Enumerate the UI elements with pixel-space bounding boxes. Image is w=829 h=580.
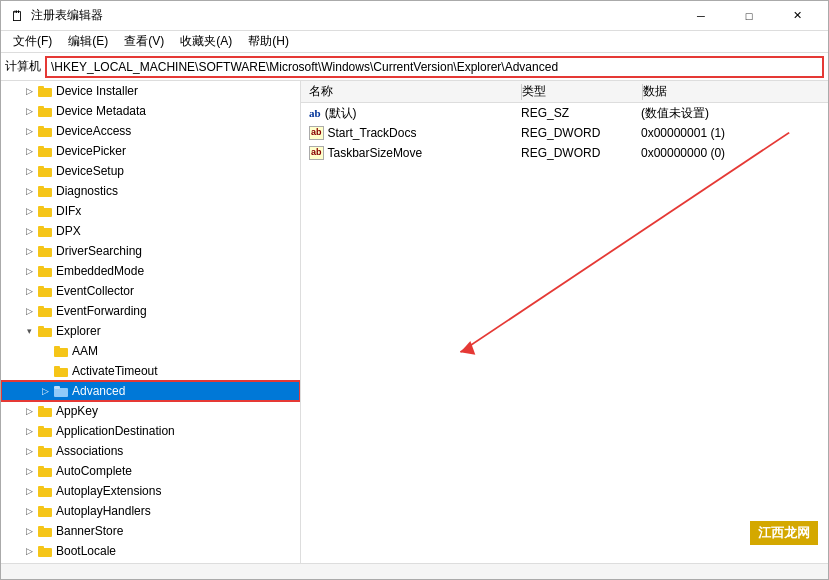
- expand-icon[interactable]: ▷: [21, 483, 37, 499]
- row-name-label: (默认): [325, 105, 357, 122]
- expand-icon[interactable]: ▷: [21, 163, 37, 179]
- tree-item[interactable]: ▷ EventForwarding: [1, 301, 300, 321]
- svg-rect-22: [38, 308, 52, 317]
- minimize-button[interactable]: ─: [678, 1, 724, 31]
- svg-rect-41: [38, 486, 44, 489]
- cell-name: ab (默认): [301, 105, 521, 122]
- tree-item-label: AppKey: [56, 404, 98, 418]
- expand-icon[interactable]: ▾: [21, 323, 37, 339]
- tree-item[interactable]: ▷ EmbeddedMode: [1, 261, 300, 281]
- expand-icon[interactable]: ▷: [21, 83, 37, 99]
- cell-type: REG_SZ: [521, 106, 641, 120]
- expand-icon[interactable]: ▷: [21, 123, 37, 139]
- folder-icon: [37, 243, 53, 259]
- folder-icon: [37, 463, 53, 479]
- expand-icon[interactable]: ▷: [21, 103, 37, 119]
- tree-item[interactable]: ▷ Diagnostics: [1, 181, 300, 201]
- folder-icon: [37, 123, 53, 139]
- tree-item[interactable]: ▷ EventCollector: [1, 281, 300, 301]
- table-row[interactable]: ab Start_TrackDocs REG_DWORD 0x00000001 …: [301, 123, 828, 143]
- maximize-button[interactable]: □: [726, 1, 772, 31]
- tree-item[interactable]: ▷ DeviceAccess: [1, 121, 300, 141]
- svg-rect-23: [38, 306, 44, 309]
- svg-rect-38: [38, 468, 52, 477]
- address-input[interactable]: [45, 56, 824, 78]
- tree-item[interactable]: ActivateTimeout: [1, 361, 300, 381]
- tree-item[interactable]: ▷ ApplicationDestination: [1, 421, 300, 441]
- expand-icon[interactable]: ▷: [37, 383, 53, 399]
- svg-rect-45: [38, 526, 44, 529]
- tree-item[interactable]: ▷ DriverSearching: [1, 241, 300, 261]
- menu-favorites[interactable]: 收藏夹(A): [172, 31, 240, 52]
- cell-data: 0x00000001 (1): [641, 126, 828, 140]
- expand-icon[interactable]: ▷: [21, 223, 37, 239]
- tree-item[interactable]: ▷ DevicePicker: [1, 141, 300, 161]
- reg-dword-icon: ab: [309, 126, 324, 140]
- expand-icon[interactable]: ▷: [21, 303, 37, 319]
- svg-rect-20: [38, 288, 52, 297]
- expand-icon[interactable]: ▷: [21, 463, 37, 479]
- expand-icon[interactable]: ▷: [21, 503, 37, 519]
- svg-rect-1: [38, 86, 44, 89]
- tree-item[interactable]: ▷ DeviceSetup: [1, 161, 300, 181]
- cell-name: ab Start_TrackDocs: [301, 126, 521, 140]
- cell-data: 0x00000000 (0): [641, 146, 828, 160]
- expand-icon[interactable]: ▷: [21, 403, 37, 419]
- tree-item-label: DeviceAccess: [56, 124, 131, 138]
- expand-icon[interactable]: [37, 343, 53, 359]
- table-row[interactable]: ab TaskbarSizeMove REG_DWORD 0x00000000 …: [301, 143, 828, 163]
- header-data: 数据: [643, 83, 828, 100]
- menu-file[interactable]: 文件(F): [5, 31, 60, 52]
- svg-rect-13: [38, 206, 44, 209]
- expand-icon[interactable]: ▷: [21, 523, 37, 539]
- menu-view[interactable]: 查看(V): [116, 31, 172, 52]
- folder-icon: [53, 343, 69, 359]
- tree-item-label: AutoplayExtensions: [56, 484, 161, 498]
- folder-icon: [37, 323, 53, 339]
- tree-item[interactable]: ▷ AutoplayExtensions: [1, 481, 300, 501]
- menu-help[interactable]: 帮助(H): [240, 31, 297, 52]
- tree-item[interactable]: ▷ Associations: [1, 441, 300, 461]
- tree-item[interactable]: ▷ BootLocale: [1, 541, 300, 561]
- svg-rect-8: [38, 168, 52, 177]
- bottom-scrollbar[interactable]: [1, 563, 828, 579]
- folder-icon: [37, 183, 53, 199]
- folder-icon: [37, 143, 53, 159]
- expand-icon[interactable]: ▷: [21, 543, 37, 559]
- expand-icon[interactable]: ▷: [21, 243, 37, 259]
- tree-item[interactable]: ▷ AutoplayHandlers: [1, 501, 300, 521]
- tree-item[interactable]: ▷ AppKey: [1, 401, 300, 421]
- tree-item-label: DeviceSetup: [56, 164, 124, 178]
- expand-icon[interactable]: ▷: [21, 143, 37, 159]
- folder-icon: [37, 163, 53, 179]
- expand-icon[interactable]: [37, 363, 53, 379]
- window-title: 注册表编辑器: [31, 7, 678, 24]
- header-name: 名称: [301, 83, 521, 100]
- expand-icon[interactable]: ▷: [21, 283, 37, 299]
- tree-item-label: EventCollector: [56, 284, 134, 298]
- expand-icon[interactable]: ▷: [21, 183, 37, 199]
- expand-icon[interactable]: ▷: [21, 443, 37, 459]
- tree-item[interactable]: ▷ AutoComplete: [1, 461, 300, 481]
- folder-icon: [37, 203, 53, 219]
- tree-item[interactable]: ▷ Device Installer: [1, 81, 300, 101]
- expand-icon[interactable]: ▷: [21, 203, 37, 219]
- tree-item[interactable]: ▾ Explorer: [1, 321, 300, 341]
- menu-edit[interactable]: 编辑(E): [60, 31, 116, 52]
- table-row[interactable]: ab (默认) REG_SZ (数值未设置): [301, 103, 828, 123]
- table-header: 名称 类型 数据: [301, 81, 828, 103]
- folder-icon: [37, 263, 53, 279]
- expand-icon[interactable]: ▷: [21, 263, 37, 279]
- tree-item[interactable]: ▷ Device Metadata: [1, 101, 300, 121]
- tree-item[interactable]: AAM: [1, 341, 300, 361]
- tree-item[interactable]: ▷ BannerStore: [1, 521, 300, 541]
- tree-item[interactable]: ▷ DPX: [1, 221, 300, 241]
- folder-icon: [37, 503, 53, 519]
- header-type: 类型: [522, 83, 642, 100]
- close-button[interactable]: ✕: [774, 1, 820, 31]
- expand-icon[interactable]: ▷: [21, 423, 37, 439]
- tree-item[interactable]: ▷ Advanced: [1, 381, 300, 401]
- reg-dword-icon: ab: [309, 146, 324, 160]
- tree-item[interactable]: ▷ DIFx: [1, 201, 300, 221]
- svg-rect-3: [38, 106, 44, 109]
